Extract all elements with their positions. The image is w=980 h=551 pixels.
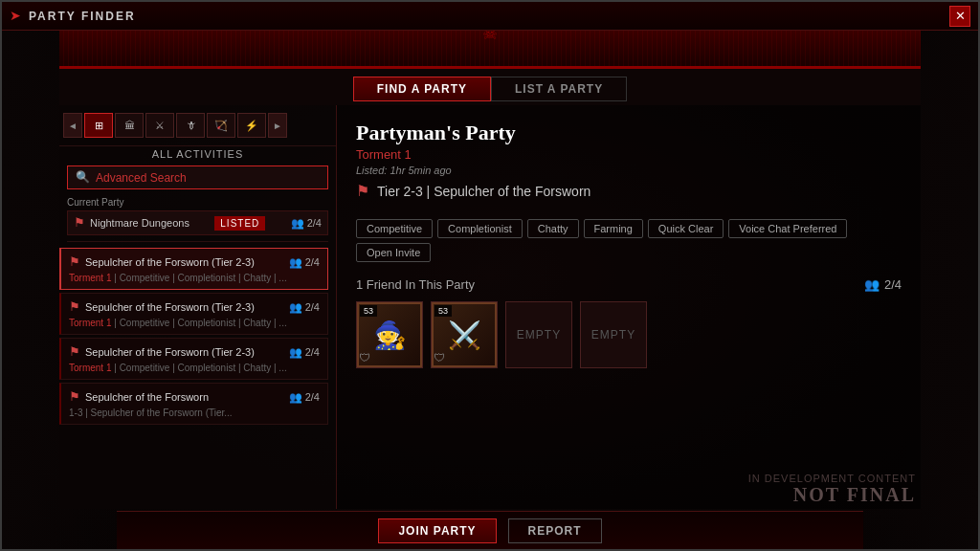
party-item-tags: 1-3 | Sepulcher of the Forsworn (Tier... [69, 408, 320, 418]
party-list-item[interactable]: ⚑ Sepulcher of the Forsworn (Tier 2-3) 👥… [59, 293, 328, 335]
top-banner: ☠ [59, 31, 921, 69]
avatar-slot-4: EMPTY [580, 301, 647, 368]
title-bar-left: ➤ PARTY FINDER [10, 8, 136, 24]
bottom-bar: Join Party Report [117, 511, 863, 549]
party-item-name: Sepulcher of the Forsworn (Tier 2-3) [85, 256, 255, 268]
party-list-item[interactable]: ⚑ Sepulcher of the Forsworn 👥 2/4 1-3 | … [59, 383, 328, 425]
dungeon-info-icon: ⚑ [356, 182, 369, 200]
main-container: ☠ FIND A PARTY LIST A PARTY ◄ ⊞ 🏛 ⚔ 🗡 🏹 … [59, 31, 921, 549]
empty-label-1: EMPTY [517, 328, 561, 342]
watermark-top: IN DEVELOPMENT CONTENT [748, 473, 916, 484]
party-list[interactable]: ⚑ Sepulcher of the Forsworn (Tier 2-3) 👥… [59, 248, 332, 509]
search-text: Advanced Search [96, 171, 187, 185]
current-party-section: Current Party ⚑ Nightmare Dungeons LISTE… [67, 197, 328, 235]
watermark: IN DEVELOPMENT CONTENT NOT FINAL [748, 473, 916, 506]
window-title: PARTY FINDER [29, 10, 136, 23]
party-item-tags: Torment 1 | Competitive | Completionist … [69, 273, 320, 283]
party-list-item[interactable]: ⚑ Sepulcher of the Forsworn (Tier 2-3) 👥… [59, 248, 328, 290]
activity-icon-tower[interactable]: 🏹 [207, 113, 235, 138]
avatar-slot-3: EMPTY [505, 301, 572, 368]
nav-arrow-left[interactable]: ◄ [63, 113, 82, 138]
activity-icon-sword[interactable]: ⚔ [145, 113, 174, 138]
current-party-label: Current Party [67, 197, 328, 208]
tab-bar: FIND A PARTY LIST A PARTY [59, 69, 921, 105]
tag-chatty: Chatty [527, 219, 579, 238]
tag-quick-clear: Quick Clear [648, 219, 724, 238]
torment-badge: Torment 1 [356, 147, 902, 162]
friends-count: 👥 2/4 [864, 277, 902, 292]
avatar-shield-1: 🛡 [359, 351, 370, 365]
current-party-row: ⚑ Nightmare Dungeons LISTED 👥 2/4 [67, 210, 328, 235]
tag-voice-chat: Voice Chat Preferred [728, 219, 847, 238]
party-item-count: 👥 2/4 [289, 346, 320, 359]
tab-find-party[interactable]: FIND A PARTY [353, 77, 491, 101]
tag-completionist: Completionist [437, 219, 523, 238]
report-button[interactable]: Report [508, 518, 602, 543]
title-icon: ➤ [10, 8, 21, 24]
tab-list-party[interactable]: LIST A PARTY [491, 77, 627, 101]
tag-open-invite: Open Invite [356, 243, 431, 262]
listed-badge: LISTED [214, 216, 265, 231]
activity-icon-grid[interactable]: ⊞ [84, 113, 113, 138]
title-bar: ➤ PARTY FINDER ✕ [2, 2, 978, 31]
tag-farming: Farming [584, 219, 643, 238]
all-activities-label: ALL ACTIVITIES [59, 146, 336, 165]
party-icon: ⚑ [69, 389, 80, 405]
party-header: Partyman's Party Torment 1 Listed: 1hr 5… [356, 121, 902, 209]
party-item-tags: Torment 1 | Competitive | Completionist … [69, 363, 320, 373]
watermark-bottom: NOT FINAL [748, 484, 916, 506]
left-panel: ◄ ⊞ 🏛 ⚔ 🗡 🏹 ⚡ ► ALL ACTIVITIES 🔍 Advance… [59, 105, 337, 509]
party-item-count: 👥 2/4 [289, 391, 320, 404]
right-panel: Partyman's Party Torment 1 Listed: 1hr 5… [337, 105, 921, 509]
content-area: ◄ ⊞ 🏛 ⚔ 🗡 🏹 ⚡ ► ALL ACTIVITIES 🔍 Advance… [59, 105, 921, 509]
dungeon-info: ⚑ Tier 2-3 | Sepulcher of the Forsworn [356, 182, 902, 200]
empty-label-2: EMPTY [591, 328, 635, 342]
activity-icon-dagger[interactable]: 🗡 [176, 113, 205, 138]
friends-header: 1 Friend In This Party 👥 2/4 [356, 277, 902, 292]
party-item-count: 👥 2/4 [289, 256, 320, 269]
tags-section: Competitive Completionist Chatty Farming… [356, 219, 902, 262]
avatar-slot-2: ⚔️ 53 🛡 [431, 301, 498, 368]
avatar-row: 🧙 53 🛡 ⚔️ 53 🛡 EMPTY [356, 301, 902, 368]
avatar-level-2: 53 [434, 305, 452, 317]
avatar-level-1: 53 [360, 305, 377, 317]
party-item-name: Sepulcher of the Forsworn [85, 391, 209, 403]
party-item-tags: Torment 1 | Competitive | Completionist … [69, 318, 320, 328]
party-icon: ⚑ [69, 299, 80, 315]
join-party-button[interactable]: Join Party [378, 518, 496, 543]
current-party-left: ⚑ Nightmare Dungeons [74, 215, 189, 231]
party-item-name: Sepulcher of the Forsworn (Tier 2-3) [85, 346, 255, 358]
divider [67, 241, 328, 242]
friends-section: 1 Friend In This Party 👥 2/4 🧙 53 🛡 [356, 277, 902, 494]
party-icon: ⚑ [69, 254, 80, 270]
main-window: ➤ PARTY FINDER ✕ ☠ FIND A PARTY LIST A P… [0, 0, 980, 551]
listed-time: Listed: 1hr 5min ago [356, 165, 902, 176]
current-party-icon: ⚑ [74, 215, 85, 231]
current-party-dungeon-name: Nightmare Dungeons [90, 217, 189, 229]
close-button[interactable]: ✕ [949, 6, 970, 27]
activity-icons-bar: ◄ ⊞ 🏛 ⚔ 🗡 🏹 ⚡ ► [59, 105, 336, 146]
people-icon-friends: 👥 [864, 277, 880, 292]
dungeon-info-text: Tier 2-3 | Sepulcher of the Forsworn [377, 184, 590, 199]
avatar-shield-2: 🛡 [434, 351, 445, 365]
avatar-slot-1: 🧙 53 🛡 [356, 301, 423, 368]
friends-title: 1 Friend In This Party [356, 277, 475, 292]
friends-count-value: 2/4 [884, 277, 902, 292]
nav-arrow-right[interactable]: ► [268, 113, 287, 138]
party-item-count: 👥 2/4 [289, 301, 320, 314]
party-list-item[interactable]: ⚑ Sepulcher of the Forsworn (Tier 2-3) 👥… [59, 338, 328, 380]
current-party-count: 👥 2/4 [291, 217, 322, 230]
search-bar[interactable]: 🔍 Advanced Search [67, 165, 328, 189]
search-icon: 🔍 [76, 170, 90, 185]
activity-icon-dungeon[interactable]: 🏛 [115, 113, 144, 138]
party-name-title: Partyman's Party [356, 121, 902, 145]
people-icon: 👥 [291, 217, 304, 230]
party-icon: ⚑ [69, 344, 80, 360]
tag-competitive: Competitive [356, 219, 433, 238]
activity-icon-lightning[interactable]: ⚡ [237, 113, 266, 138]
party-item-name: Sepulcher of the Forsworn (Tier 2-3) [85, 301, 255, 313]
